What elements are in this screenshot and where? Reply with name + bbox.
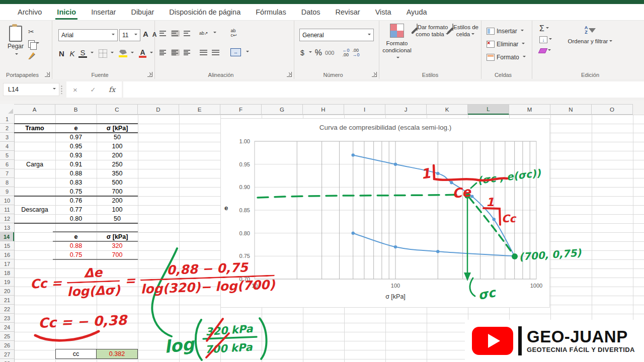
cell[interactable]: 250 — [97, 160, 138, 169]
fill-color-button[interactable] — [119, 50, 127, 57]
row-header-5[interactable]: 5 — [0, 151, 14, 160]
number-format-select[interactable]: General — [299, 29, 374, 41]
format-painter-button[interactable] — [28, 50, 48, 62]
formula-input[interactable] — [123, 81, 644, 98]
decrease-indent-button[interactable] — [199, 49, 208, 56]
menu-tab-archivo[interactable]: Archivo — [10, 5, 49, 19]
cell[interactable]: 50 — [97, 214, 138, 223]
cancel-button[interactable]: × — [73, 85, 77, 94]
row-header-18[interactable]: 18 — [0, 268, 14, 278]
dialog-launcher-icon[interactable] — [372, 72, 377, 77]
row-header-8[interactable]: 8 — [0, 178, 14, 187]
row-header-11[interactable]: 11 — [0, 205, 14, 214]
cell[interactable]: 0.93 — [55, 151, 97, 160]
column-header-B[interactable]: B — [55, 104, 97, 115]
row-header-4[interactable]: 4 — [0, 142, 14, 151]
copy-button[interactable] — [28, 38, 48, 50]
wrap-text-button[interactable]: abc↩ — [231, 29, 237, 38]
bold-button[interactable]: N — [57, 49, 66, 58]
align-center-button[interactable] — [171, 49, 180, 56]
row-header-3[interactable]: 3 — [0, 133, 14, 142]
cell[interactable]: Tramo — [14, 124, 55, 133]
cell[interactable]: 0.76 — [55, 196, 97, 205]
row-header-21[interactable]: 21 — [0, 296, 14, 305]
cc-value-cell[interactable]: 0.382 — [97, 349, 138, 359]
cell[interactable]: 500 — [97, 178, 138, 187]
cell[interactable]: Descarga — [14, 196, 55, 223]
cell[interactable]: 200 — [97, 151, 138, 160]
cell[interactable]: 100 — [97, 142, 138, 151]
format-cells-button[interactable]: Formato — [487, 51, 526, 64]
column-header-N[interactable]: N — [550, 104, 592, 115]
cell[interactable]: 0.88 — [55, 169, 97, 178]
enter-button[interactable]: ✓ — [90, 86, 96, 94]
cell[interactable]: 0.75 — [55, 187, 97, 196]
cell[interactable]: 700 — [97, 250, 138, 259]
italic-button[interactable]: K — [68, 49, 76, 58]
cell[interactable]: 700 — [97, 187, 138, 196]
column-header-A[interactable]: A — [14, 104, 55, 115]
cell-styles-button[interactable]: Estilos de celda — [451, 24, 480, 38]
row-header-28[interactable]: 28 — [0, 359, 14, 362]
row-header-2[interactable]: 2 — [0, 124, 14, 133]
row-header-1[interactable]: 1 — [0, 115, 14, 124]
row-header-24[interactable]: 24 — [0, 323, 14, 332]
row-header-16[interactable]: 16 — [0, 250, 14, 259]
align-right-button[interactable] — [183, 49, 192, 56]
cell[interactable]: 0.80 — [55, 214, 97, 223]
column-header-O[interactable]: O — [592, 104, 633, 115]
cell[interactable]: 0.88 — [55, 241, 97, 250]
font-color-button[interactable]: A — [139, 49, 146, 58]
row-header-13[interactable]: 13 — [0, 223, 14, 232]
orientation-button[interactable]: ab↗ — [199, 31, 208, 36]
select-all-corner[interactable] — [0, 104, 15, 115]
name-box[interactable]: L14 — [3, 83, 59, 96]
cell[interactable]: σ [kPa] — [97, 124, 138, 133]
increase-font-button[interactable]: A — [143, 30, 148, 38]
autosum-button[interactable]: Σ — [539, 23, 552, 34]
menu-tab-revisar[interactable]: Revisar — [328, 5, 368, 19]
cell[interactable]: 350 — [97, 169, 138, 178]
row-header-22[interactable]: 22 — [0, 305, 14, 314]
clear-button[interactable] — [539, 45, 552, 56]
menu-tab-insertar[interactable]: Insertar — [84, 5, 123, 19]
row-header-10[interactable]: 10 — [0, 196, 14, 205]
row-header-26[interactable]: 26 — [0, 341, 14, 350]
cell[interactable]: 320 — [97, 241, 138, 250]
row-header-19[interactable]: 19 — [0, 278, 14, 287]
cell[interactable]: 0.95 — [55, 142, 97, 151]
column-header-J[interactable]: J — [385, 104, 427, 115]
menu-tab-vista[interactable]: Vista — [368, 5, 399, 19]
merge-center-button[interactable]: ↔ — [230, 48, 241, 56]
dialog-launcher-icon[interactable] — [287, 72, 292, 77]
increase-indent-button[interactable] — [211, 49, 220, 56]
cut-button[interactable]: ✂ — [28, 26, 48, 38]
row-header-9[interactable]: 9 — [0, 187, 14, 196]
align-bottom-button[interactable] — [183, 30, 192, 37]
format-as-table-button[interactable]: Dar formato como tabla — [415, 24, 450, 38]
currency-button[interactable]: $ — [300, 49, 304, 57]
row-header-27[interactable]: 27 — [0, 350, 14, 359]
percent-button[interactable]: % — [315, 48, 322, 57]
cell[interactable]: e — [55, 232, 97, 241]
row-header-12[interactable]: 12 — [0, 214, 14, 223]
align-middle-button[interactable] — [171, 30, 180, 37]
increase-decimal-button[interactable]: ←0.00 — [342, 48, 349, 57]
menu-tab-dibujar[interactable]: Dibujar — [123, 5, 162, 19]
insert-function-button[interactable]: fx — [109, 85, 115, 94]
align-left-button[interactable] — [159, 49, 168, 56]
cc-label-cell[interactable]: cc — [55, 349, 97, 359]
cell[interactable]: 100 — [97, 205, 138, 214]
column-header-E[interactable]: E — [179, 104, 220, 115]
cell[interactable]: 0.75 — [55, 250, 97, 259]
row-header-6[interactable]: 6 — [0, 160, 14, 169]
font-size-select[interactable]: 11 — [119, 29, 140, 41]
thousands-button[interactable]: 000 — [325, 50, 334, 56]
underline-button[interactable]: S — [78, 49, 87, 58]
row-header-20[interactable]: 20 — [0, 287, 14, 296]
column-header-F[interactable]: F — [220, 104, 262, 115]
align-top-button[interactable] — [159, 30, 168, 37]
font-name-select[interactable]: Arial — [58, 29, 118, 41]
cell[interactable]: 0.97 — [55, 133, 97, 142]
column-header-D[interactable]: D — [138, 104, 179, 115]
